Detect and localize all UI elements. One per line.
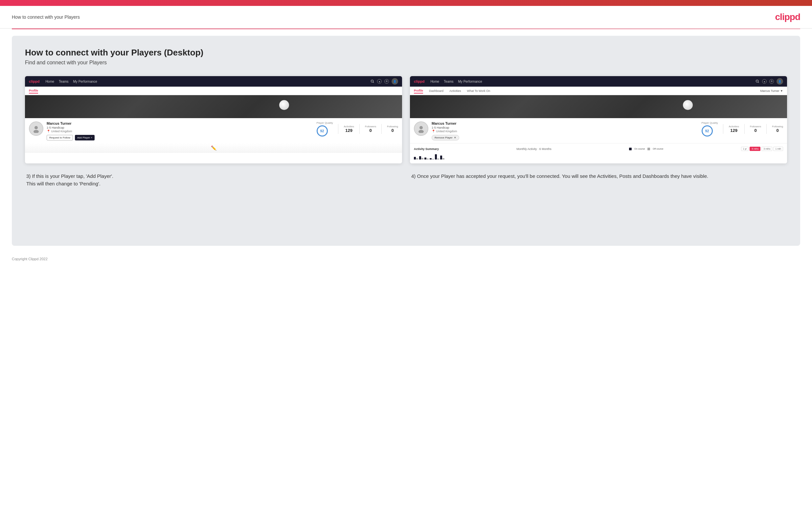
offcourse-legend-dot — [648, 148, 650, 150]
svg-line-1 — [373, 82, 374, 83]
svg-point-6 — [419, 126, 423, 129]
search-icon-1[interactable] — [370, 79, 374, 83]
golf-banner-2 — [410, 95, 787, 118]
top-bar — [0, 0, 812, 6]
user-icon-1: ● — [377, 79, 382, 84]
stat-divider-2b — [744, 124, 745, 134]
activity-period: Monthly Activity · 6 Months — [516, 147, 552, 151]
breadcrumb: How to connect with your Players — [12, 14, 80, 20]
description-text-left: 3) If this is your Player tap, 'Add Play… — [26, 173, 401, 187]
followers-label-2: Followers — [750, 125, 761, 128]
followers-label-1: Followers — [365, 125, 376, 128]
quality-label-1: Player Quality — [317, 121, 333, 124]
activity-chart — [414, 153, 783, 160]
clippd-logo: clippd — [775, 12, 800, 22]
bar-group-6 — [440, 156, 445, 160]
time-1yr-button[interactable]: 1 yr — [741, 147, 749, 151]
app-nav-2: clippd Home Teams My Performance ● ⚙ 👤 — [410, 76, 787, 87]
header-divider — [12, 29, 800, 29]
request-follow-button[interactable]: Request to Follow — [47, 135, 73, 140]
tab-whattoworkon-2[interactable]: What To Work On — [467, 89, 491, 93]
time-3mths-button[interactable]: 3 mths — [761, 147, 772, 151]
nav-icons-2: ● ⚙ 👤 — [756, 78, 783, 84]
bar-offcourse-4 — [432, 159, 434, 160]
time-period-buttons: 1 yr 6 mths 3 mths 1 mth — [741, 147, 783, 151]
add-player-button[interactable]: Add Player + — [75, 135, 95, 140]
stat-divider-1b — [359, 124, 360, 134]
nav-teams-2[interactable]: Teams — [444, 80, 453, 83]
svg-point-2 — [35, 126, 38, 129]
bar-offcourse-5 — [437, 159, 439, 160]
following-label-2: Following — [772, 125, 783, 128]
tab-dashboard-2[interactable]: Dashboard — [429, 89, 444, 93]
stats-container-2: Player Quality 92 Activities 129 Followe… — [702, 121, 783, 136]
screenshot-fade-1: ✏️ — [25, 143, 402, 153]
bar-group-1 — [414, 157, 418, 160]
stat-divider-1a — [338, 124, 338, 134]
app-tabs-1: Profile — [25, 87, 402, 95]
oncourse-legend-label: On course — [634, 148, 645, 150]
stat-divider-1c — [382, 124, 382, 134]
stat-divider-2a — [723, 124, 723, 134]
activities-value-1: 129 — [344, 128, 354, 133]
quality-group-1: Player Quality 92 — [317, 121, 333, 136]
location-pin-icon-2: 📍 — [432, 130, 435, 133]
bar-oncourse-6 — [440, 156, 442, 160]
nav-avatar-1: 👤 — [392, 78, 398, 84]
tab-activities-2[interactable]: Activities — [449, 89, 461, 93]
profile-info-1: Marcus Turner 1-5 Handicap 📍 United King… — [47, 121, 313, 140]
golf-ball-1 — [279, 100, 289, 110]
remove-x-icon: ✕ — [454, 136, 456, 139]
quality-circle-1: 92 — [317, 125, 328, 136]
profile-info-2: Marcus Turner 1-5 Handicap 📍 United King… — [432, 121, 698, 140]
description-right: 4) Once your Player has accepted your re… — [410, 173, 787, 187]
remove-player-button[interactable]: Remove Player ✕ — [432, 135, 459, 140]
profile-section-1: Marcus Turner 1-5 Handicap 📍 United King… — [25, 118, 402, 143]
quality-label-2: Player Quality — [702, 121, 718, 124]
svg-point-3 — [34, 130, 39, 133]
pencil-icon-1: ✏️ — [211, 146, 216, 151]
svg-point-0 — [371, 80, 373, 82]
bar-group-4 — [429, 158, 434, 160]
following-value-2: 0 — [772, 128, 783, 133]
nav-myperformance-1[interactable]: My Performance — [73, 80, 97, 83]
tab-profile-1[interactable]: Profile — [29, 88, 38, 94]
following-stat-2: Following 0 — [772, 125, 783, 133]
time-1mth-button[interactable]: 1 mth — [773, 147, 783, 151]
bar-group-3 — [424, 158, 429, 160]
activities-value-2: 129 — [728, 128, 739, 133]
main-subtitle: Find and connect with your Players — [25, 60, 787, 66]
time-6mths-button[interactable]: 6 mths — [750, 147, 760, 151]
tabs-player-selector[interactable]: Marcus Turner ▼ — [760, 89, 783, 93]
screenshot-2: clippd Home Teams My Performance ● ⚙ 👤 P… — [410, 76, 787, 163]
activity-summary: Activity Summary Monthly Activity · 6 Mo… — [410, 143, 787, 163]
bar-group-2 — [419, 156, 423, 160]
description-text-right: 4) Once your Player has accepted your re… — [411, 173, 786, 180]
nav-avatar-2: 👤 — [776, 78, 783, 84]
screenshots-row: clippd Home Teams My Performance ● ⚙ 👤 P… — [25, 76, 787, 163]
search-icon-2[interactable] — [756, 79, 759, 83]
settings-icon-2: ⚙ — [769, 79, 774, 84]
activity-header: Activity Summary Monthly Activity · 6 Mo… — [414, 147, 783, 151]
golf-ball-2 — [683, 100, 693, 110]
bar-offcourse-2 — [421, 158, 423, 160]
nav-home-1[interactable]: Home — [45, 80, 54, 83]
activity-title: Activity Summary — [414, 147, 439, 151]
nav-teams-1[interactable]: Teams — [59, 80, 68, 83]
following-value-1: 0 — [387, 128, 398, 133]
bar-oncourse-1 — [414, 157, 416, 160]
quality-circle-2: 92 — [702, 125, 713, 136]
offcourse-legend-label: Off course — [653, 148, 663, 150]
activities-stat-1: Activities 129 — [344, 125, 354, 133]
app-logo-1: clippd — [29, 79, 39, 83]
followers-stat-2: Followers 0 — [750, 125, 761, 133]
avatar-1 — [29, 121, 43, 136]
svg-point-4 — [756, 80, 758, 82]
nav-home-2[interactable]: Home — [430, 80, 439, 83]
tab-profile-2[interactable]: Profile — [414, 88, 423, 94]
nav-myperformance-2[interactable]: My Performance — [458, 80, 482, 83]
oncourse-legend-dot — [629, 148, 632, 150]
activities-label-1: Activities — [344, 125, 354, 128]
bar-oncourse-4 — [429, 158, 432, 160]
nav-icons-1: ● ⚙ 👤 — [370, 78, 398, 84]
